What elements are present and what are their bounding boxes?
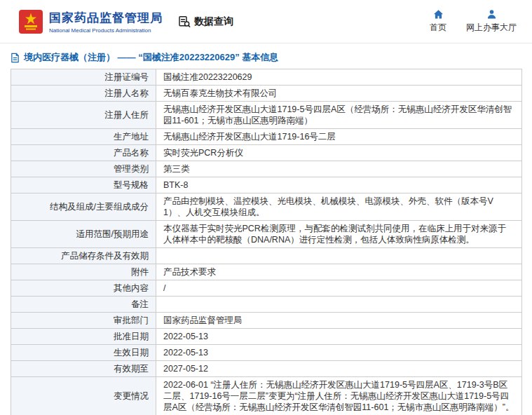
row-label-text: 管理类别	[114, 164, 149, 174]
row-label-text: 注册人名称	[105, 88, 149, 98]
table-row: 产品名称实时荧光PCR分析仪	[11, 145, 522, 161]
row-label: 产品名称	[11, 145, 156, 161]
row-label: 审批部门	[11, 313, 156, 329]
row-label: 变更情况	[11, 377, 156, 415]
row-value: 实时荧光PCR分析仪	[156, 145, 522, 161]
national-emblem-icon	[18, 9, 43, 34]
document-icon	[11, 53, 20, 63]
row-value: BTK-8	[156, 177, 522, 193]
row-value: 产品由控制模块、温控模块、光电模块、机械模块、电源模块、外壳、软件（版本号V1）…	[156, 193, 522, 221]
row-value	[156, 248, 522, 264]
row-label: 管理类别	[11, 161, 156, 177]
breadcrumb: 境内医疗器械（注册） —— “国械注准20223220629” 基本信息	[0, 43, 532, 69]
data-query-icon	[178, 15, 191, 28]
table-row: 型号规格BTK-8	[11, 177, 522, 193]
table-row: 适用范围/预期用途本仪器基于实时荧光PCR检测原理，与配套的检测试剂共同使用，在…	[11, 221, 522, 248]
row-value: 2022-06-01 “注册人住所：无锡惠山经济开发区惠山大道1719-5号四层…	[156, 377, 522, 415]
org-name-en: National Medical Products Administration	[49, 27, 163, 34]
row-label-text: 有效期至	[114, 364, 149, 374]
row-value	[156, 297, 522, 313]
header-nav: 首页 网上办事大厅	[430, 9, 517, 34]
row-value: 无锡百泰克生物技术有限公司	[156, 86, 522, 102]
row-label-text: 备注	[131, 299, 149, 309]
row-value: 无锡惠山经济开发区惠山大道1719-16号二层	[156, 129, 522, 145]
nav-home[interactable]: 首页	[430, 9, 446, 34]
row-value: 产品技术要求	[156, 264, 522, 280]
row-value: 第三类	[156, 161, 522, 177]
data-query-label: 数据查询	[194, 15, 233, 28]
row-label-text: 型号规格	[114, 180, 149, 190]
row-label-text: 注册人住所	[105, 110, 149, 120]
row-label-text: 产品储存条件及有效期	[61, 251, 149, 261]
row-value: 无锡惠山经济开发区惠山大道1719-5号四层A区（经营场所：无锡惠山经济开发区华…	[156, 102, 522, 129]
table-row: 注册人住所无锡惠山经济开发区惠山大道1719-5号四层A区（经营场所：无锡惠山经…	[11, 102, 522, 129]
table-row: 备注	[11, 297, 522, 313]
site-header: 国家药品监督管理局 National Medical Products Admi…	[0, 0, 532, 43]
row-label-text: 变更情况	[114, 391, 149, 401]
table-row: 生产地址无锡惠山经济开发区惠山大道1719-16号二层	[11, 129, 522, 145]
table-row: 批准日期2022-05-13	[11, 329, 522, 345]
brand-text: 国家药品监督管理局 National Medical Products Admi…	[49, 10, 163, 34]
row-value: 2022-05-13	[156, 329, 522, 345]
person-icon	[486, 9, 497, 20]
row-label: 生产地址	[11, 129, 156, 145]
table-row: 变更情况2022-06-01 “注册人住所：无锡惠山经济开发区惠山大道1719-…	[11, 377, 522, 415]
row-label: 适用范围/预期用途	[11, 221, 156, 248]
row-label: 型号规格	[11, 177, 156, 193]
row-value: 本仪器基于实时荧光PCR检测原理，与配套的检测试剂共同使用，在临床上用于对来源于…	[156, 221, 522, 248]
row-label-text: 产品名称	[114, 148, 149, 158]
row-label: 附件	[11, 264, 156, 280]
row-value: 国家药品监督管理局	[156, 313, 522, 329]
row-label-text: 注册证编号	[105, 72, 149, 82]
table-row: 管理类别第三类	[11, 161, 522, 177]
row-label-text: 其他内容	[114, 283, 149, 293]
row-label: 备注	[11, 297, 156, 313]
nav-data-query[interactable]: 数据查询	[178, 15, 233, 28]
row-label-text: 审批部门	[114, 315, 149, 325]
brand-logo-block[interactable]: 国家药品监督管理局 National Medical Products Admi…	[18, 9, 163, 34]
org-name-cn: 国家药品监督管理局	[49, 10, 163, 26]
table-row: 其他内容/	[11, 280, 522, 297]
row-label: 注册人名称	[11, 86, 156, 102]
table-row: 注册证编号国械注准20223220629	[11, 69, 522, 86]
row-value: 2022-05-13	[156, 345, 522, 361]
row-value: 2027-05-12	[156, 361, 522, 377]
info-table: 注册证编号国械注准20223220629注册人名称无锡百泰克生物技术有限公司注册…	[11, 69, 522, 415]
table-row: 有效期至2027-05-12	[11, 361, 522, 377]
row-label: 其他内容	[11, 280, 156, 297]
row-label-text: 生产地址	[114, 132, 149, 142]
nav-home-label: 首页	[430, 22, 446, 34]
nav-service-hall[interactable]: 网上办事大厅	[466, 9, 517, 34]
row-label-text: 生效日期	[114, 348, 149, 358]
row-label: 结构及组成/主要组成成分	[11, 193, 156, 221]
home-icon	[433, 9, 444, 20]
row-label-text: 批准日期	[114, 332, 149, 341]
row-label: 产品储存条件及有效期	[11, 248, 156, 264]
row-value: /	[156, 280, 522, 297]
row-label: 生效日期	[11, 345, 156, 361]
table-row: 生效日期2022-05-13	[11, 345, 522, 361]
row-label: 有效期至	[11, 361, 156, 377]
row-label-text: 适用范围/预期用途	[76, 229, 149, 239]
row-label-text: 附件	[131, 267, 149, 277]
row-label-text: 结构及组成/主要组成成分	[50, 202, 149, 212]
table-row: 附件产品技术要求	[11, 264, 522, 280]
table-row: 审批部门国家药品监督管理局	[11, 313, 522, 329]
table-row: 结构及组成/主要组成成分产品由控制模块、温控模块、光电模块、机械模块、电源模块、…	[11, 193, 522, 221]
breadcrumb-text: 境内医疗器械（注册） —— “国械注准20223220629” 基本信息	[24, 51, 278, 64]
row-label: 注册证编号	[11, 69, 156, 86]
nav-hall-label: 网上办事大厅	[466, 22, 517, 34]
table-row: 产品储存条件及有效期	[11, 248, 522, 264]
row-value: 国械注准20223220629	[156, 69, 522, 86]
row-label: 注册人住所	[11, 102, 156, 129]
table-row: 注册人名称无锡百泰克生物技术有限公司	[11, 86, 522, 102]
row-label: 批准日期	[11, 329, 156, 345]
